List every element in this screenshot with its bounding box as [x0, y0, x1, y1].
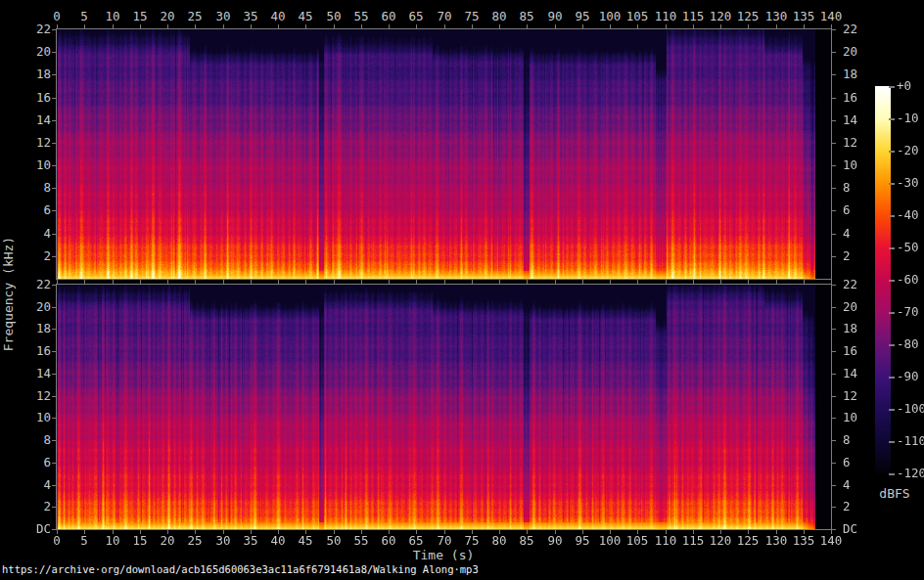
- freq-tick-label: 8: [843, 181, 882, 195]
- time-tick: [444, 280, 445, 284]
- time-tick: [416, 280, 417, 284]
- freq-tick-label: 20: [843, 300, 882, 314]
- freq-tick: [52, 507, 56, 508]
- freq-tick: [52, 210, 56, 211]
- time-tick: [140, 280, 141, 284]
- time-tick: [637, 24, 638, 28]
- freq-tick: [832, 307, 836, 308]
- time-tick: [195, 24, 196, 28]
- freq-tick-label: 20: [12, 300, 51, 314]
- freq-tick: [52, 374, 56, 375]
- freq-tick: [52, 418, 56, 419]
- spectrogram-window: Frequency (kHz) dBFS 0055101015152020252…: [0, 0, 924, 580]
- freq-tick-label: 2: [12, 249, 51, 263]
- time-tick: [666, 24, 667, 28]
- freq-tick: [52, 165, 56, 166]
- x-axis-title: Time (s): [382, 548, 505, 562]
- freq-tick-label: DC: [12, 522, 51, 536]
- time-tick: [444, 24, 445, 28]
- db-tick-label: -110: [897, 434, 924, 448]
- freq-tick-label: 4: [843, 227, 882, 241]
- freq-tick: [832, 396, 836, 397]
- freq-tick-label: 2: [12, 500, 51, 513]
- freq-tick: [832, 285, 836, 286]
- freq-tick: [52, 529, 56, 530]
- freq-tick-label: 8: [12, 181, 51, 195]
- freq-tick: [52, 463, 56, 464]
- freq-tick-label: 16: [843, 344, 882, 358]
- time-tick: [804, 24, 805, 28]
- freq-tick-label: 4: [12, 478, 51, 492]
- db-tick-label: -100: [897, 402, 924, 416]
- freq-tick: [832, 507, 836, 508]
- freq-tick-label: DC: [843, 522, 882, 536]
- freq-tick: [52, 485, 56, 486]
- freq-tick: [832, 440, 836, 441]
- time-tick: [305, 24, 306, 28]
- time-tick: [666, 280, 667, 284]
- db-tick-label: +0: [897, 79, 924, 93]
- time-tick: [831, 280, 832, 284]
- freq-tick-label: 16: [12, 344, 51, 358]
- db-tick-label: -70: [897, 305, 924, 319]
- time-tick: [361, 24, 362, 28]
- db-tick-label: -60: [897, 273, 924, 287]
- db-tick-label: -30: [897, 176, 924, 190]
- freq-tick-label: 12: [843, 389, 882, 403]
- colorbar-tick: [889, 151, 895, 153]
- freq-tick: [52, 143, 56, 144]
- time-tick: [389, 24, 390, 28]
- time-tick: [582, 280, 583, 284]
- freq-tick: [52, 188, 56, 189]
- time-tick: [637, 280, 638, 284]
- time-tick: [334, 24, 335, 28]
- freq-tick: [52, 329, 56, 330]
- colorbar-tick: [889, 280, 895, 282]
- time-tick: [57, 24, 58, 28]
- x-tick-label: 140: [811, 534, 851, 548]
- time-tick: [251, 24, 252, 28]
- freq-tick-label: 6: [12, 203, 51, 217]
- freq-tick-label: 18: [843, 67, 882, 81]
- freq-tick-label: 18: [12, 67, 51, 81]
- colorbar-tick: [889, 312, 895, 314]
- db-tick-label: -50: [897, 241, 924, 254]
- colorbar-tick: [889, 247, 895, 249]
- time-tick: [499, 24, 500, 28]
- db-tick-label: -20: [897, 144, 924, 157]
- freq-tick-label: 10: [843, 411, 882, 424]
- freq-tick: [52, 396, 56, 397]
- time-tick: [113, 24, 114, 28]
- colorbar-tick: [889, 118, 895, 120]
- freq-tick: [52, 234, 56, 235]
- freq-tick: [832, 29, 836, 30]
- freq-tick-label: 10: [12, 411, 51, 424]
- time-tick: [748, 24, 749, 28]
- freq-tick: [832, 165, 836, 166]
- time-tick: [610, 280, 611, 284]
- freq-tick: [52, 120, 56, 121]
- time-tick: [389, 280, 390, 284]
- freq-tick: [832, 120, 836, 121]
- freq-tick-label: 18: [843, 322, 882, 335]
- freq-tick-label: 12: [843, 136, 882, 150]
- colorbar-tick: [889, 344, 895, 346]
- freq-tick-label: 6: [12, 456, 51, 469]
- freq-tick-label: 4: [12, 227, 51, 241]
- time-tick: [610, 24, 611, 28]
- freq-tick: [832, 98, 836, 99]
- time-tick: [84, 24, 85, 28]
- time-tick: [57, 280, 58, 284]
- time-tick: [278, 280, 279, 284]
- db-tick-label: -90: [897, 370, 924, 383]
- freq-tick: [832, 351, 836, 352]
- freq-tick: [832, 234, 836, 235]
- freq-tick: [52, 52, 56, 53]
- freq-tick-label: 12: [12, 136, 51, 150]
- freq-tick-label: 16: [12, 91, 51, 105]
- time-tick: [527, 24, 528, 28]
- freq-tick-label: 2: [843, 249, 882, 263]
- time-tick: [527, 280, 528, 284]
- freq-tick-label: 4: [843, 478, 882, 492]
- colorbar-tick: [889, 441, 895, 443]
